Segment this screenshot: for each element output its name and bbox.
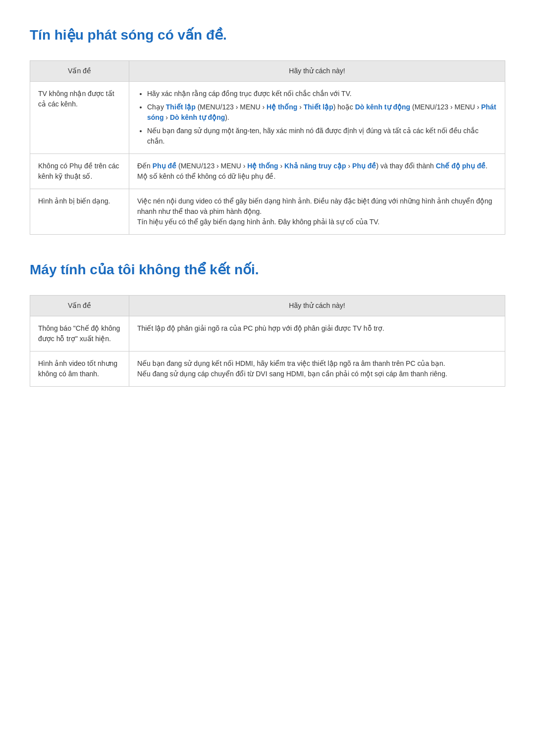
table-row: Không có Phụ đề trên các kênh kỹ thuật s…: [30, 154, 505, 189]
solution-cell: Hãy xác nhận rằng cáp đồng trục được kết…: [129, 82, 505, 154]
solution-cell: Thiết lập độ phân giải ngõ ra của PC phù…: [129, 316, 505, 352]
problem-cell: Không có Phụ đề trên các kênh kỹ thuật s…: [30, 154, 129, 189]
section1-table: Vấn đề Hãy thử cách này! TV không nhận đ…: [30, 60, 505, 235]
section1-col1-header: Vấn đề: [30, 61, 129, 82]
table-row: TV không nhận được tất cả các kênh. Hãy …: [30, 82, 505, 154]
table-row: Thông báo "Chế độ không được hỗ trợ" xuấ…: [30, 316, 505, 352]
problem-cell: TV không nhận được tất cả các kênh.: [30, 82, 129, 154]
section2-table: Vấn đề Hãy thử cách này! Thông báo "Chế …: [30, 295, 505, 387]
problem-cell: Hình ảnh video tốt nhưng không có âm tha…: [30, 352, 129, 387]
table-row: Hình ảnh video tốt nhưng không có âm tha…: [30, 352, 505, 387]
section2-col2-header: Hãy thử cách này!: [129, 296, 505, 316]
solution-cell: Nếu bạn đang sử dụng kết nối HDMI, hãy k…: [129, 352, 505, 387]
solution-cell: Việc nén nội dung video có thể gây biến …: [129, 189, 505, 235]
table-row: Hình ảnh bị biến dạng. Việc nén nội dung…: [30, 189, 505, 235]
section1-col2-header: Hãy thử cách này!: [129, 61, 505, 82]
problem-cell: Hình ảnh bị biến dạng.: [30, 189, 129, 235]
section2-title: Máy tính của tôi không thể kết nối.: [30, 259, 505, 280]
solution-cell: Đến Phụ đề (MENU/123 › MENU › Hệ thống ›…: [129, 154, 505, 189]
section1-title: Tín hiệu phát sóng có vấn đề.: [30, 25, 505, 46]
problem-cell: Thông báo "Chế độ không được hỗ trợ" xuấ…: [30, 316, 129, 352]
section2-col1-header: Vấn đề: [30, 296, 129, 316]
